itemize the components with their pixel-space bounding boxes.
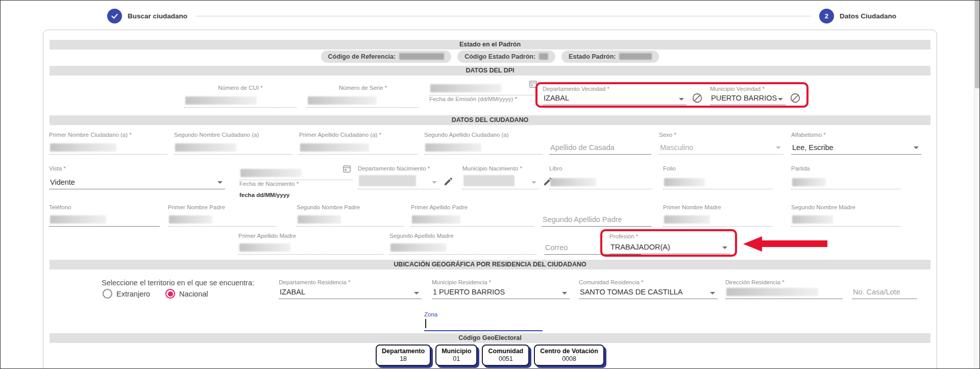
- segundo-nombre-input[interactable]: [174, 138, 292, 155]
- badge-codigo-estado-padron-label: Código Estado Padrón:: [464, 53, 535, 60]
- comunidad-residencia-label: Comunidad Residencia *: [579, 279, 718, 286]
- radio-nacional-label[interactable]: Nacional: [179, 290, 208, 298]
- departamento-residencia-field: Departamento Residencia * IZABAL: [279, 279, 422, 299]
- departamento-nacimiento-field: Departamento Nacimiento *: [358, 165, 439, 189]
- section-header-ubicacion: UBICACIÓN GEOGRÁFICA POR RESIDENCIA DEL …: [50, 260, 930, 269]
- segundo-apellido-madre-label: Segundo Apellido Madre: [389, 232, 536, 239]
- comunidad-residencia-select[interactable]: SANTO TOMAS DE CASTILLA: [579, 286, 718, 299]
- redacted-value: [430, 84, 502, 92]
- alfabetismo-select[interactable]: Lee, Escribe: [791, 138, 921, 155]
- municipio-vecindad-value: PUERTO BARRIOS: [711, 94, 777, 103]
- casa-lote-input[interactable]: No. Casa/Lote: [852, 286, 917, 299]
- primer-apellido-input[interactable]: [299, 138, 418, 155]
- municipio-nacimiento-field: Municipio Nacimiento *: [462, 165, 539, 189]
- step2-number[interactable]: 2: [819, 9, 834, 23]
- cui-field: Número de CUI *: [184, 84, 297, 108]
- redacted-value: [50, 143, 116, 152]
- redacted-value: [185, 96, 257, 105]
- primer-nombre-input[interactable]: [49, 138, 167, 155]
- redacted-value: [300, 143, 369, 152]
- segundo-nombre-padre-field: Segundo Nombre Padre: [297, 204, 404, 227]
- scrollbar-thumb[interactable]: [975, 1, 980, 88]
- primer-nombre-madre-input[interactable]: [663, 211, 772, 227]
- primer-nombre-label: Primer Nombre Ciudadano (a) *: [49, 131, 167, 138]
- edit-pencil-icon[interactable]: [444, 177, 453, 188]
- primer-nombre-field: Primer Nombre Ciudadano (a) *: [49, 131, 167, 155]
- departamento-vecindad-select[interactable]: IZABAL: [543, 92, 687, 105]
- step2-label[interactable]: Datos Ciudadano: [840, 12, 896, 20]
- redacted-value: [425, 143, 481, 152]
- wizard-stepper: Buscar ciudadano 2 Datos Ciudadano: [0, 0, 974, 30]
- primer-apellido-padre-field: Primer Apellido Padre: [411, 204, 534, 227]
- segundo-nombre-field: Segundo Nombre Ciudadano (a): [174, 131, 292, 155]
- geo-badge-centro-votacion-label: Centro de Votación: [540, 347, 598, 355]
- fecha-nacimiento-field: Fecha de Nacimiento * fecha dd/MM/yyyy: [239, 165, 353, 198]
- radio-extranjero[interactable]: [103, 289, 112, 299]
- primer-nombre-madre-field: Primer Nombre Madre: [663, 204, 772, 227]
- municipio-vecindad-select[interactable]: PUERTO BARRIOS: [710, 92, 786, 105]
- text-cursor: [425, 319, 426, 328]
- partida-label: Partida: [791, 165, 900, 172]
- segundo-apellido-madre-input[interactable]: [389, 239, 536, 255]
- segundo-apellido-padre-input[interactable]: Segundo Apellido Padre: [542, 211, 651, 227]
- primer-apellido-madre-field: Primer Apellido Madre: [238, 232, 383, 255]
- cui-input[interactable]: [184, 91, 297, 108]
- folio-input[interactable]: [663, 172, 772, 189]
- radio-nacional[interactable]: [165, 289, 175, 299]
- municipio-residencia-select[interactable]: 1 PUERTO BARRIOS: [432, 286, 570, 299]
- segundo-apellido-input[interactable]: [424, 138, 543, 155]
- redacted-value: [726, 288, 818, 296]
- primer-nombre-padre-field: Primer Nombre Padre: [168, 204, 276, 227]
- annotation-arrow-head: [743, 236, 762, 252]
- direccion-residencia-label: Dirección Residencia *: [725, 279, 843, 286]
- segundo-nombre-madre-field: Segundo Nombre Madre: [791, 204, 900, 227]
- apellido-casada-input[interactable]: Apellido de Casada: [549, 138, 651, 155]
- direccion-residencia-input[interactable]: [725, 286, 843, 299]
- serie-input[interactable]: [307, 91, 419, 108]
- profesion-select[interactable]: TRABAJADOR(A): [609, 240, 730, 254]
- sexo-field: Sexo * Masculino: [659, 131, 783, 155]
- segundo-nombre-madre-input[interactable]: [791, 211, 900, 227]
- telefono-input[interactable]: [49, 211, 160, 227]
- geo-badge-departamento-value: 18: [382, 355, 425, 363]
- step1-label[interactable]: Buscar ciudadano: [128, 12, 187, 20]
- section-header-geoelectoral: Código GeoElectoral: [50, 333, 930, 343]
- folio-label: Folio: [663, 165, 772, 172]
- departamento-vecindad-field: Departamento Vecindad * IZABAL: [543, 85, 687, 105]
- geoelectoral-badges-row: Departamento 18 Municipio 01 Comunidad 0…: [43, 345, 937, 366]
- segundo-nombre-padre-input[interactable]: [297, 211, 404, 227]
- annotation-box-profesion: Profesión * TRABAJADOR(A): [600, 229, 737, 257]
- block-icon: [692, 92, 703, 106]
- libro-label: Libro: [549, 165, 651, 172]
- redacted-value: [50, 215, 106, 224]
- departamento-residencia-label: Departamento Residencia *: [279, 279, 422, 286]
- section-header-estado-padron: Estado en el Padrón: [50, 40, 930, 50]
- departamento-residencia-select[interactable]: IZABAL: [279, 286, 422, 299]
- fecha-emision-label: Fecha de Emisión (dd/MM/yyyy) *: [429, 95, 539, 103]
- sexo-value: Masculino: [660, 143, 693, 152]
- vista-select[interactable]: Vidente: [49, 172, 225, 189]
- fecha-nacimiento-hint: fecha dd/MM/yyyy: [239, 192, 353, 198]
- partida-input[interactable]: [791, 172, 900, 189]
- annotation-box-vecindad: Departamento Vecindad * IZABAL Municipio…: [535, 82, 808, 108]
- step1-check-icon[interactable]: [107, 9, 122, 23]
- radio-extranjero-label[interactable]: Extranjero: [116, 290, 150, 298]
- municipio-nacimiento-label: Municipio Nacimiento *: [462, 165, 539, 172]
- primer-apellido-label: Primer Apellido Ciudadano (a) *: [299, 131, 418, 138]
- libro-input[interactable]: [549, 172, 651, 189]
- segundo-apellido-padre-field: Segundo Apellido Padre: [542, 204, 651, 227]
- scrollbar-track[interactable]: [974, 0, 980, 369]
- direccion-residencia-field: Dirección Residencia *: [725, 279, 843, 299]
- profesion-field: Profesión * TRABAJADOR(A): [609, 233, 730, 254]
- geo-badge-departamento: Departamento 18: [376, 345, 431, 366]
- fecha-emision-input[interactable]: [429, 80, 539, 95]
- primer-apellido-madre-input[interactable]: [238, 239, 383, 255]
- zona-input[interactable]: [424, 318, 543, 331]
- primer-apellido-padre-input[interactable]: [411, 211, 534, 227]
- badge-estado-padron-label: Estado Padrón:: [569, 53, 616, 60]
- fecha-nacimiento-input[interactable]: [239, 165, 353, 180]
- segundo-nombre-label: Segundo Nombre Ciudadano (a): [174, 131, 292, 138]
- calendar-icon[interactable]: [342, 164, 352, 176]
- primer-nombre-padre-input[interactable]: [168, 211, 276, 227]
- zona-label: Zona: [424, 311, 543, 318]
